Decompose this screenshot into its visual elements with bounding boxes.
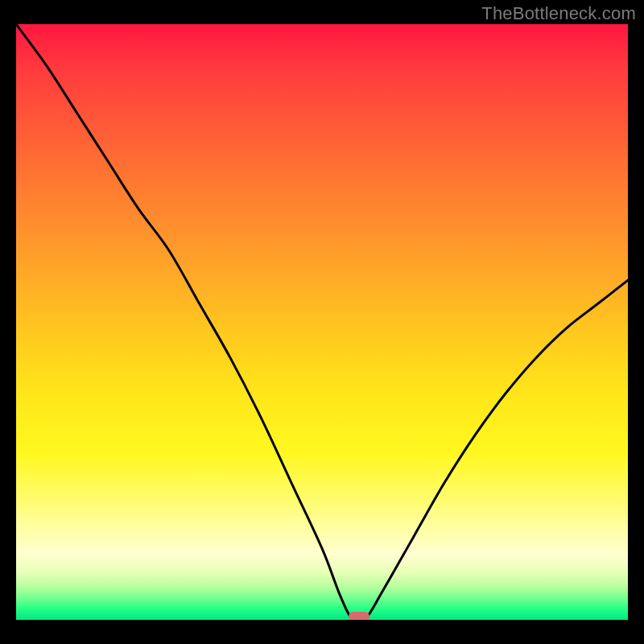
chart-frame: TheBottleneck.com bbox=[0, 0, 644, 644]
bottleneck-curve bbox=[16, 24, 628, 620]
optimal-point-marker bbox=[349, 612, 369, 620]
plot-area bbox=[16, 24, 628, 620]
watermark-text: TheBottleneck.com bbox=[481, 3, 636, 24]
